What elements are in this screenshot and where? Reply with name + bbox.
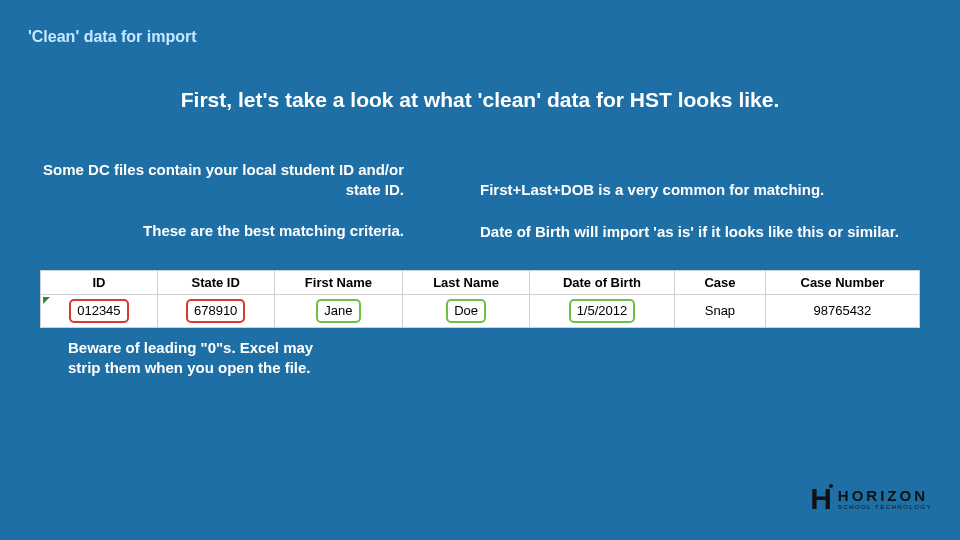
left-text-block: Some DC files contain your local student… [24,160,404,241]
cell-last-name-value: Doe [446,299,486,323]
th-last-name: Last Name [403,271,530,295]
th-state-id: State ID [157,271,274,295]
logo-tagline: SCHOOL TECHNOLOGY [838,504,932,510]
left-line-2: These are the best matching criteria. [24,221,404,241]
logo-mark-icon: H [810,482,830,516]
excel-warning-triangle-icon [43,297,50,304]
right-line-2: Date of Birth will import 'as is' if it … [480,222,940,242]
slide: 'Clean' data for import First, let's tak… [0,0,960,540]
cell-state-id: 678910 [157,295,274,328]
cell-case: Snap [675,295,766,328]
th-dob: Date of Birth [529,271,674,295]
slide-title: 'Clean' data for import [28,28,197,46]
slide-headline: First, let's take a look at what 'clean'… [0,88,960,112]
logo-name: HORIZON [838,488,932,503]
horizon-logo: H HORIZON SCHOOL TECHNOLOGY [810,482,932,516]
cell-case-number-value: 98765432 [807,301,877,321]
cell-case-number: 98765432 [765,295,919,328]
cell-state-id-value: 678910 [186,299,245,323]
th-case: Case [675,271,766,295]
th-case-number: Case Number [765,271,919,295]
cell-first-name-value: Jane [316,299,360,323]
th-id: ID [41,271,158,295]
cell-dob: 1/5/2012 [529,295,674,328]
cell-case-value: Snap [699,301,741,321]
table-row: 012345 678910 Jane Doe 1/5/2012 Snap [41,295,920,328]
cell-dob-value: 1/5/2012 [569,299,636,323]
logo-text: HORIZON SCHOOL TECHNOLOGY [838,488,932,510]
cell-first-name: Jane [274,295,403,328]
right-line-1: First+Last+DOB is a very common for matc… [480,180,940,200]
th-first-name: First Name [274,271,403,295]
table-header-row: ID State ID First Name Last Name Date of… [41,271,920,295]
cell-last-name: Doe [403,295,530,328]
warning-text: Beware of leading "0"s. Excel may strip … [68,338,328,379]
data-table: ID State ID First Name Last Name Date of… [40,270,920,328]
cell-id-value: 012345 [69,299,128,323]
left-line-1: Some DC files contain your local student… [24,160,404,199]
cell-id: 012345 [41,295,158,328]
right-text-block: First+Last+DOB is a very common for matc… [480,180,940,241]
